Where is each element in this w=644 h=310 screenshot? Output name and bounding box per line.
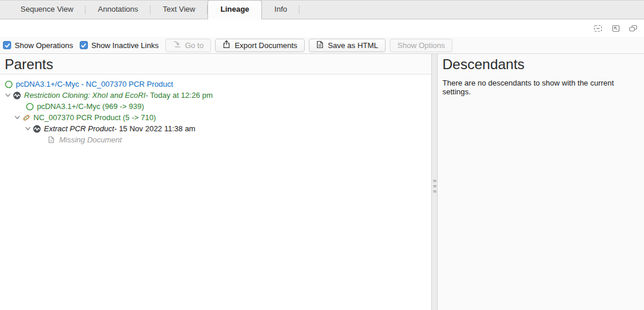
sequence-circle-icon — [5, 80, 13, 88]
tab-text-view[interactable]: Text View — [151, 1, 207, 19]
pop-in-icon[interactable] — [609, 22, 622, 35]
tree-row[interactable]: pcDNA3.1+/C-Myc (969 -> 939) — [0, 101, 431, 112]
chevron-down-icon[interactable] — [5, 92, 13, 98]
export-documents-button[interactable]: Export Documents — [215, 39, 305, 52]
show-operations-checkbox-group[interactable]: Show Operations — [3, 41, 73, 50]
go-to-label: Go to — [185, 41, 204, 50]
descendants-panel: Descendants There are no descendants to … — [438, 54, 644, 310]
go-to-icon — [173, 40, 181, 50]
chevron-down-icon[interactable] — [25, 125, 33, 132]
descendants-panel-title: Descendants — [438, 54, 644, 74]
save-as-html-button[interactable]: Save as HTML — [309, 39, 386, 52]
show-options-button[interactable]: Show Options — [390, 39, 452, 52]
operation-timestamp: - 15 Nov 2022 11:38 am — [114, 124, 196, 133]
tree-row[interactable]: pcDNA3.1+/C-Myc - NC_007370 PCR Product — [0, 79, 431, 90]
splitter-grip-icon[interactable] — [433, 180, 436, 193]
lineage-main-area: Parents pcDNA3.1+/C-Myc - NC_007370 PCR … — [0, 54, 644, 310]
operation-name[interactable]: Restriction Cloning: XhoI and EcoRI — [24, 91, 145, 100]
operation-icon — [33, 125, 41, 133]
save-as-html-label: Save as HTML — [328, 41, 378, 50]
sequence-circle-icon — [26, 103, 34, 111]
panel-controls-row — [0, 19, 644, 37]
go-to-button[interactable]: Go to — [165, 39, 212, 52]
tree-row[interactable]: Extract PCR Product - 15 Nov 2022 11:38 … — [0, 123, 431, 134]
tree-row[interactable]: Missing Document — [0, 134, 431, 145]
show-operations-label: Show Operations — [15, 41, 73, 50]
duplicate-view-icon[interactable] — [627, 22, 639, 35]
missing-document-label: Missing Document — [59, 135, 122, 144]
parents-lineage-tree: pcDNA3.1+/C-Myc - NC_007370 PCR Product … — [0, 74, 431, 310]
show-operations-checkbox[interactable] — [3, 41, 11, 49]
panel-splitter[interactable] — [431, 54, 438, 310]
show-options-label: Show Options — [397, 41, 445, 50]
missing-document-icon — [48, 136, 56, 144]
tree-row[interactable]: Restriction Cloning: XhoI and EcoRI - To… — [0, 90, 431, 101]
tree-row[interactable]: NC_007370 PCR Product (5 -> 710) — [0, 112, 431, 123]
collapse-panel-icon[interactable] — [592, 22, 604, 35]
chevron-down-icon[interactable] — [14, 114, 22, 121]
document-icon — [316, 40, 323, 50]
export-documents-label: Export Documents — [234, 41, 297, 50]
operation-name[interactable]: Extract PCR Product — [44, 124, 114, 133]
show-inactive-links-checkbox[interactable] — [80, 41, 88, 49]
parents-panel: Parents pcDNA3.1+/C-Myc - NC_007370 PCR … — [0, 54, 431, 310]
document-label[interactable]: pcDNA3.1+/C-Myc (969 -> 939) — [37, 102, 144, 111]
tab-sequence-view[interactable]: Sequence View — [8, 1, 86, 19]
descendants-empty-message: There are no descendants to show with th… — [438, 74, 644, 100]
document-link[interactable]: pcDNA3.1+/C-Myc - NC_007370 PCR Product — [16, 80, 173, 88]
dna-sequence-icon — [22, 114, 30, 122]
show-inactive-links-label: Show Inactive Links — [91, 41, 159, 50]
parents-panel-title: Parents — [0, 54, 431, 74]
tab-lineage[interactable]: Lineage — [207, 0, 262, 19]
show-inactive-links-checkbox-group[interactable]: Show Inactive Links — [80, 41, 159, 50]
document-label[interactable]: NC_007370 PCR Product (5 -> 710) — [33, 113, 156, 122]
export-icon — [223, 40, 230, 50]
operation-timestamp: - Today at 12:26 pm — [145, 91, 213, 100]
tab-annotations[interactable]: Annotations — [86, 1, 151, 19]
view-tabbar: Sequence View Annotations Text View Line… — [0, 0, 644, 19]
operation-icon — [13, 91, 21, 100]
lineage-toolbar: Show Operations Show Inactive Links Go t… — [0, 37, 644, 54]
tab-info[interactable]: Info — [262, 1, 299, 19]
